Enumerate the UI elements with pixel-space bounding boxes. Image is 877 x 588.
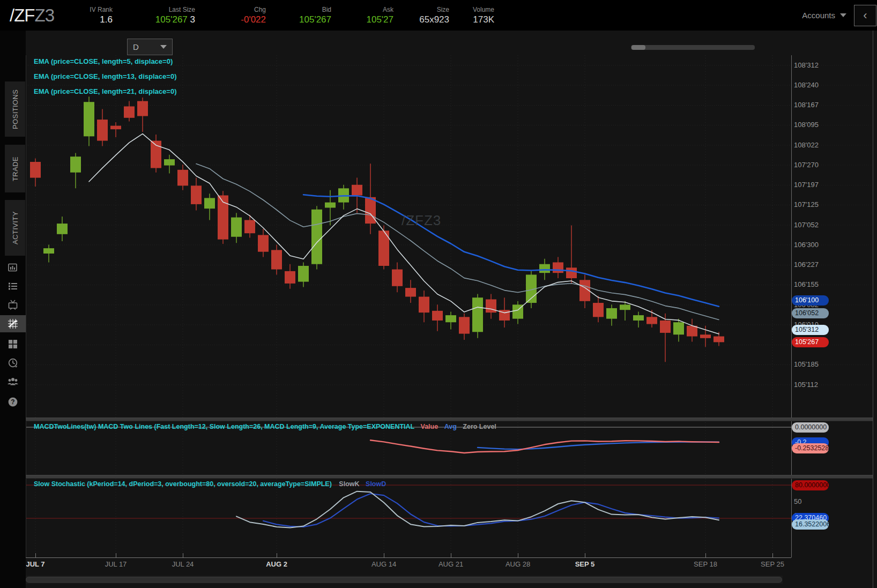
time-axis-tick: [183, 553, 183, 557]
stoch-slowd-plot-label: SlowD: [366, 480, 386, 488]
history-icon[interactable]: [0, 354, 26, 371]
price-badge: 105'267: [792, 337, 829, 347]
price-axis-label: 108'095: [794, 121, 819, 129]
price-axis-label: 108'240: [794, 81, 819, 89]
price-axis-label: 107'270: [794, 161, 819, 169]
date-label: SEP 25: [761, 560, 784, 568]
time-axis-tick: [116, 553, 116, 557]
symbol-month: Z3: [34, 5, 54, 25]
ema5-line: [89, 134, 719, 334]
date-label: AUG 21: [439, 560, 463, 568]
time-axis-tick: [277, 553, 277, 557]
sidebar-tab-positions[interactable]: POSITIONS: [5, 81, 25, 137]
macd-value-badge: -0.2532528: [792, 443, 829, 453]
price-axis-border: [791, 55, 792, 557]
news-icon[interactable]: [0, 259, 26, 276]
date-label: JUL 7: [26, 560, 44, 568]
chart-horizontal-scrollbar[interactable]: [26, 576, 783, 584]
list-icon[interactable]: [0, 278, 26, 295]
left-sidebar: POSITIONS TRADE ACTIVITY ?: [0, 31, 26, 588]
time-axis-tick: [35, 553, 36, 557]
timeframe-dropdown[interactable]: D: [127, 39, 173, 55]
date-label: AUG 14: [371, 560, 396, 568]
symbol-root: /ZF: [10, 5, 34, 25]
macd-avg-line: [478, 442, 719, 450]
date-label: SEP 5: [575, 560, 595, 568]
price-axis-label: 106'155: [794, 280, 819, 288]
macd-value-line: [370, 440, 719, 453]
date-label: AUG 28: [506, 560, 530, 568]
chart-icon[interactable]: [0, 315, 26, 332]
ema5-study-label[interactable]: EMA (price=CLOSE, length=5, displace=0): [34, 57, 173, 65]
date-label: AUG 2: [266, 560, 287, 568]
accounts-label: Accounts: [802, 11, 835, 20]
sidebar-tab-trade[interactable]: TRADE: [5, 145, 25, 192]
stoch-ref-lines: [26, 485, 791, 518]
price-axis-label: 108'312: [794, 61, 819, 69]
time-axis-line: [26, 557, 791, 558]
stoch-slowk-badge: 16.3522006: [792, 519, 829, 530]
app-window: /ZFZ3 IV Rank 1.6 Last Size 105'267 3 Ch…: [0, 0, 877, 588]
macd-zero-badge: 0.0000000: [792, 422, 829, 433]
stat-ask: Ask 105'27: [333, 6, 393, 25]
stoch-slowk-line: [236, 492, 719, 528]
macd-study-label[interactable]: MACDTwoLines(tw) MACD Two Lines (Fast Le…: [34, 423, 496, 430]
chevron-left-icon: ‹: [863, 9, 867, 23]
ema21-study-label[interactable]: EMA (price=CLOSE, length=21, displace=0): [34, 87, 176, 95]
price-badge: 106'052: [792, 308, 829, 318]
macd-avg-plot-label: Avg: [444, 423, 457, 430]
stat-chg: Chg -0'022: [197, 6, 266, 25]
sidebar-tab-activity[interactable]: ACTIVITY: [5, 200, 25, 256]
stat-iv-rank: IV Rank 1.6: [67, 6, 113, 25]
time-axis-tick: [451, 553, 451, 557]
price-axis-label: 108'022: [794, 141, 819, 149]
stoch-axis-label: 50: [794, 497, 801, 505]
time-axis-tick: [772, 553, 773, 557]
price-axis-label: 106'300: [794, 241, 819, 249]
people-icon[interactable]: [0, 373, 26, 390]
macd-zero-plot-label: Zero Level: [463, 423, 496, 430]
timeframe-value: D: [133, 42, 139, 51]
price-axis-label: 107'052: [794, 221, 819, 229]
stoch-study-label[interactable]: Slow Stochastic (kPeriod=14, dPeriod=3, …: [34, 480, 386, 488]
help-icon[interactable]: ?: [0, 393, 26, 411]
candles: [30, 96, 724, 362]
symbol-title: /ZFZ3: [10, 5, 54, 26]
stoch-overbought-badge: 80.0000000: [792, 480, 829, 490]
date-label: SEP 18: [694, 560, 717, 568]
date-label: JUL 17: [105, 560, 127, 568]
collapse-panel-button[interactable]: ‹: [854, 5, 876, 26]
time-axis-tick: [705, 553, 706, 557]
ema13-study-label[interactable]: EMA (price=CLOSE, length=13, displace=0): [34, 72, 176, 80]
price-axis-label: 108'167: [794, 101, 819, 109]
price-badge: 105'312: [792, 325, 829, 335]
macd-value-plot-label: Value: [421, 423, 439, 430]
chart-zoom-scrollbar[interactable]: [631, 45, 755, 50]
panel-splitter[interactable]: [26, 475, 873, 479]
time-axis-tick: [518, 553, 518, 557]
panel-splitter[interactable]: [26, 418, 873, 421]
stat-volume: Volume 173K: [451, 6, 494, 25]
symbol-watermark: /ZFZ3: [402, 212, 441, 229]
price-axis-label: 105'112: [794, 381, 818, 389]
price-axis-label: 105'185: [794, 360, 819, 368]
header-bar: /ZFZ3 IV Rank 1.6 Last Size 105'267 3 Ch…: [0, 0, 877, 31]
svg-text:?: ?: [11, 398, 14, 406]
stoch-slowk-plot-label: SlowK: [339, 480, 359, 488]
price-axis-label: 107'125: [794, 200, 819, 209]
ema13-line: [196, 164, 719, 320]
chevron-down-icon: [160, 45, 167, 49]
price-axis-label: 107'197: [794, 181, 819, 189]
price-badge: 106'100: [792, 295, 829, 306]
stat-bid: Bid 105'267: [268, 6, 331, 25]
tv-icon[interactable]: [0, 296, 26, 314]
chart-left-border: [26, 55, 26, 557]
stat-last-size: Last Size 105'267 3: [115, 6, 195, 25]
accounts-dropdown[interactable]: Accounts: [802, 11, 846, 20]
scrollbar-thumb[interactable]: [631, 45, 645, 50]
date-label: JUL 24: [172, 560, 194, 568]
chevron-down-icon: [840, 13, 846, 17]
grid-icon[interactable]: [0, 336, 26, 353]
price-axis-label: 106'227: [794, 260, 819, 269]
scrollbar-thumb[interactable]: [26, 577, 782, 583]
